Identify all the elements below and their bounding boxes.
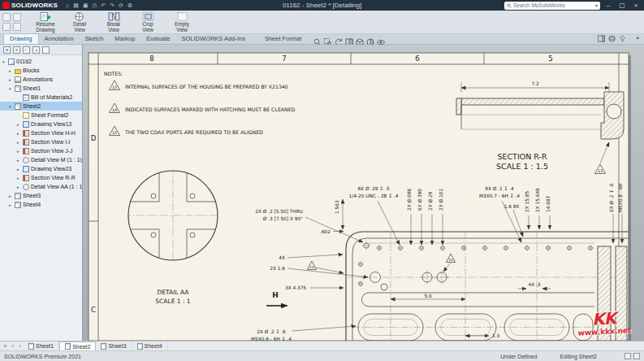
expand-icon[interactable] xyxy=(9,68,15,73)
sheet-tab-sheet3[interactable]: Sheet3 xyxy=(96,341,132,350)
tree-item-detail-view-m[interactable]: Detail View M (1 : 1) xyxy=(0,155,82,164)
graphics-area[interactable]: 8 7 6 5 D C NOTES: 13 INTERNAL SURFACES … xyxy=(83,45,644,341)
tab-annotation[interactable]: Annotation xyxy=(39,34,80,44)
detail-view-button[interactable]: Detail View xyxy=(63,11,97,33)
unit-system-icon[interactable] xyxy=(625,353,631,359)
first-sheet-icon[interactable]: « xyxy=(2,341,9,350)
next-sheet-icon[interactable]: › xyxy=(16,341,24,350)
tree-item-drawing-view13[interactable]: Drawing View13 xyxy=(0,120,82,128)
sheet-tab-sheet4[interactable]: Sheet4 xyxy=(132,341,168,350)
tab-sketch[interactable]: Sketch xyxy=(79,34,109,44)
dim-text[interactable]: 3X 4.375 xyxy=(285,285,306,290)
dim-text[interactable]: 4X .3 xyxy=(528,282,540,287)
tree-item-sheet4[interactable]: Sheet4 xyxy=(0,200,82,209)
dim-text[interactable]: 1.563 xyxy=(335,200,339,214)
redo-icon[interactable]: ↷ xyxy=(110,0,115,11)
tree-item-01162[interactable]: 01162 xyxy=(0,57,82,66)
expand-icon[interactable] xyxy=(17,167,23,172)
appearance-icon[interactable] xyxy=(608,35,616,42)
section-arrow-label[interactable]: H xyxy=(272,291,279,299)
displaymanager-tab-icon[interactable] xyxy=(42,46,50,54)
save-icon[interactable]: ▣ xyxy=(83,0,89,11)
dim-text[interactable]: .602 xyxy=(320,229,331,234)
expand-icon[interactable] xyxy=(17,176,23,180)
dim-text[interactable]: M5X0.8 - 6H ↧ .4 xyxy=(251,337,292,341)
dim-text[interactable]: 2X Ø .2 [5.50] THRU xyxy=(255,209,303,214)
dim-text[interactable]: 5.0 xyxy=(424,294,432,298)
tag-icon[interactable] xyxy=(633,353,640,359)
search-box[interactable]: ▾ xyxy=(504,2,600,10)
dim-text[interactable]: 6X Ø.390 xyxy=(417,189,422,211)
dim-text[interactable]: 6X Ø .29 ↧ .5 xyxy=(357,186,390,191)
expand-icon[interactable] xyxy=(17,185,23,189)
tab-evaluate[interactable]: Evaluate xyxy=(140,34,175,44)
expand-icon[interactable] xyxy=(17,158,23,163)
expand-icon[interactable] xyxy=(9,194,15,198)
dim-text[interactable]: 1.3 xyxy=(492,333,500,338)
undo-icon[interactable]: ↶ xyxy=(101,0,106,11)
dim-text[interactable]: 2X Ø.098 xyxy=(407,189,412,211)
featuremanager-tab-icon[interactable] xyxy=(3,46,11,54)
tree-item-bill-of-materials2[interactable]: Bill of Materials2 xyxy=(0,93,82,102)
tab-drawing[interactable]: Drawing xyxy=(3,33,39,44)
tree-item-section-view-h-h[interactable]: Section View H-H xyxy=(0,128,82,137)
configurationmanager-tab-icon[interactable] xyxy=(23,46,30,54)
sheet-tab-sheet1[interactable]: Sheet1 xyxy=(24,341,59,350)
dimxpertmanager-tab-icon[interactable] xyxy=(32,46,40,54)
tree-item-sheet3[interactable]: Sheet3 xyxy=(0,191,82,200)
dim-text[interactable]: 2X Ø.29 xyxy=(428,191,433,211)
expand-icon[interactable] xyxy=(17,149,23,154)
search-dropdown-icon[interactable]: ▾ xyxy=(595,2,598,8)
print-icon[interactable]: ⎙ xyxy=(93,0,97,11)
dim-text[interactable]: 2X 1.6 xyxy=(270,266,285,271)
resume-drawing-button[interactable]: Resume Drawing xyxy=(28,11,63,33)
tree-item-sheet2[interactable]: Sheet2 xyxy=(0,102,82,111)
dim-text[interactable]: 2X 15.85 xyxy=(525,191,529,212)
drawing-sheet[interactable]: 8 7 6 5 D C NOTES: 13 INTERNAL SURFACES … xyxy=(83,45,644,341)
dim-text[interactable]: M3X0.7 - 6H ↧ .4 xyxy=(479,194,520,198)
open-icon[interactable]: ▤ xyxy=(73,0,79,11)
dim-text[interactable]: 8X Ø .1 ↧ .4 xyxy=(485,186,514,191)
crop-view-button[interactable]: Crop View xyxy=(131,11,165,33)
dim-text[interactable]: 2X Ø .2 ↧ .6 xyxy=(257,329,286,334)
dim-text[interactable]: 1/4-20 UNC - 2B ↧ .4 xyxy=(349,194,399,198)
tab-sheet-format[interactable]: Sheet Format xyxy=(259,34,307,44)
quick-tool-icon[interactable] xyxy=(2,13,11,21)
quick-tool-icon[interactable] xyxy=(13,23,21,31)
quick-tool-icon[interactable] xyxy=(13,13,21,21)
expand-icon[interactable] xyxy=(9,104,15,109)
tree-item-blocks[interactable]: Blocks xyxy=(0,66,82,75)
tree-item-section-view-r-r[interactable]: Section View R-R xyxy=(0,173,82,182)
expand-icon[interactable] xyxy=(9,77,15,82)
rebuild-icon[interactable]: ⟳ xyxy=(119,0,123,11)
dim-text[interactable]: 4X xyxy=(279,255,285,260)
tree-item-annotations[interactable]: Annotations xyxy=(0,75,82,84)
propertymanager-tab-icon[interactable] xyxy=(13,46,20,54)
maximize-button[interactable]: ▢ xyxy=(616,0,628,11)
search-input[interactable] xyxy=(513,2,594,8)
tree-item-section-view-j-j[interactable]: Section View J-J xyxy=(0,146,82,155)
tab-solidworks-add-ins[interactable]: SOLIDWORKS Add-Ins xyxy=(176,34,251,44)
dim-text[interactable]: 14.687 xyxy=(546,195,551,212)
tree-item-sheet-format2[interactable]: Sheet Format2 xyxy=(0,111,82,120)
expand-icon[interactable] xyxy=(17,122,23,127)
dim-text[interactable]: 2X 15.648 xyxy=(535,188,540,212)
expand-icon[interactable] xyxy=(2,59,8,64)
break-view-button[interactable]: Break View xyxy=(97,11,131,33)
quick-tool-icon[interactable] xyxy=(2,23,11,31)
expand-icon[interactable] xyxy=(17,131,23,136)
previous-sheet-icon[interactable]: ‹ xyxy=(9,341,16,350)
dim-text[interactable]: M5X0.8 - 6H xyxy=(618,183,623,212)
home-icon[interactable]: ⌂ xyxy=(66,0,69,11)
dim-text[interactable]: 1.6 8X xyxy=(504,204,520,209)
dim-text[interactable]: 6X Ø .2 ↧ .6 xyxy=(609,183,614,212)
expand-icon[interactable] xyxy=(9,202,15,207)
tree-item-detail-view-aa[interactable]: Detail View AA (1 : 1) xyxy=(0,182,82,191)
collapse-ribbon-icon[interactable]: ▴ xyxy=(636,34,639,41)
open-taskpane-icon[interactable] xyxy=(598,35,605,42)
tree-item-drawing-view23[interactable]: Drawing View23 xyxy=(0,164,82,173)
pin-icon[interactable] xyxy=(619,35,626,42)
tree-item-sheet1[interactable]: Sheet1 xyxy=(0,84,82,93)
expand-icon[interactable] xyxy=(17,140,23,145)
dim-text[interactable]: 2X Ø.101 xyxy=(439,189,443,211)
